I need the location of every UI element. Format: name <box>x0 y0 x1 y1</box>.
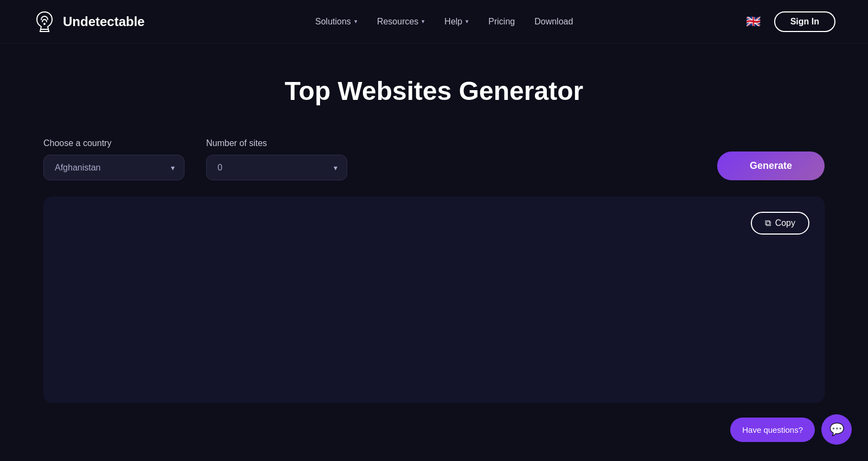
have-questions-button[interactable]: Have questions? <box>730 418 815 442</box>
nav-download[interactable]: Download <box>534 17 573 27</box>
header-right: 🇬🇧 Sign In <box>744 11 835 32</box>
page-title: Top Websites Generator <box>43 76 825 106</box>
solutions-chevron-icon: ▾ <box>354 18 358 25</box>
chat-widget-area: Have questions? 💬 <box>730 414 852 445</box>
logo-text: Undetectable <box>63 14 145 29</box>
country-select-wrapper: Afghanistan Albania Algeria United State… <box>43 155 184 180</box>
resources-chevron-icon: ▾ <box>422 18 425 25</box>
controls-row: Choose a country Afghanistan Albania Alg… <box>43 138 825 180</box>
language-selector[interactable]: 🇬🇧 <box>744 12 763 31</box>
main-nav: Solutions ▾ Resources ▾ Help ▾ Pricing D… <box>315 17 573 27</box>
generate-button[interactable]: Generate <box>717 151 825 180</box>
copy-icon: ⧉ <box>765 218 771 228</box>
sites-control-group: Number of sites 0 10 25 50 100 ▾ <box>206 138 347 180</box>
sign-in-button[interactable]: Sign In <box>774 11 835 32</box>
country-label: Choose a country <box>43 138 184 148</box>
result-box: ⧉ Copy <box>43 197 825 403</box>
logo-icon <box>33 10 56 34</box>
nav-help[interactable]: Help ▾ <box>444 17 469 27</box>
nav-solutions[interactable]: Solutions ▾ <box>315 17 358 27</box>
logo[interactable]: Undetectable <box>33 10 145 34</box>
country-select[interactable]: Afghanistan Albania Algeria United State… <box>43 155 184 180</box>
country-control-group: Choose a country Afghanistan Albania Alg… <box>43 138 184 180</box>
main-content: Top Websites Generator Choose a country … <box>0 43 868 425</box>
nav-pricing[interactable]: Pricing <box>488 17 515 27</box>
help-chevron-icon: ▾ <box>465 18 469 25</box>
sites-label: Number of sites <box>206 138 347 148</box>
chat-icon: 💬 <box>829 422 844 437</box>
copy-button[interactable]: ⧉ Copy <box>751 212 809 235</box>
chat-bubble-button[interactable]: 💬 <box>821 414 852 445</box>
svg-point-0 <box>43 23 46 25</box>
sites-select-wrapper: 0 10 25 50 100 ▾ <box>206 155 347 180</box>
sites-select[interactable]: 0 10 25 50 100 <box>206 155 347 180</box>
nav-resources[interactable]: Resources ▾ <box>377 17 425 27</box>
